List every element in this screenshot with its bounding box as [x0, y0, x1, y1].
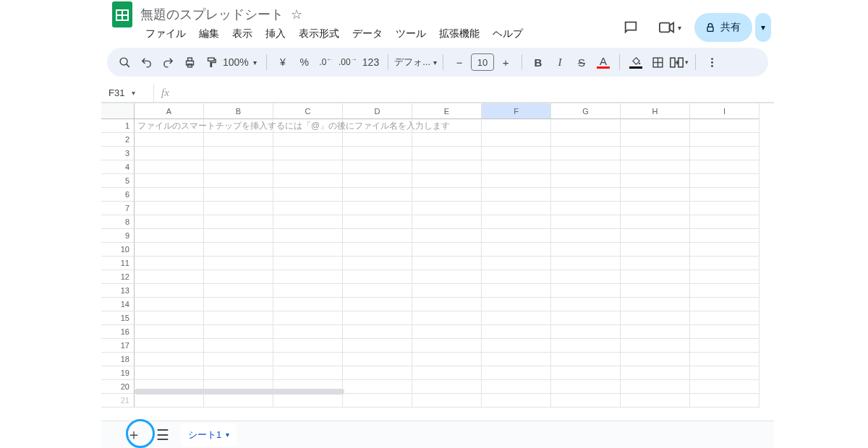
cell[interactable]	[273, 366, 343, 380]
spreadsheet-grid[interactable]: ABCDEFGHI 123456789101112131415161718192…	[101, 103, 774, 413]
cell[interactable]	[343, 366, 412, 380]
cell[interactable]	[135, 160, 204, 174]
cell[interactable]	[482, 325, 551, 339]
cell[interactable]	[690, 202, 760, 215]
cell[interactable]	[273, 174, 343, 188]
star-icon[interactable]: ☆	[291, 7, 302, 22]
merge-cells-button[interactable]: ▾	[669, 52, 689, 72]
column-header-C[interactable]: C	[273, 103, 343, 119]
cell[interactable]	[412, 243, 482, 257]
cell[interactable]	[551, 339, 621, 353]
cell[interactable]	[621, 229, 690, 243]
cell[interactable]	[690, 160, 760, 174]
cell[interactable]	[343, 243, 412, 257]
cell[interactable]	[343, 339, 412, 353]
cell[interactable]	[135, 366, 204, 380]
cell[interactable]	[204, 270, 273, 284]
menu-insert[interactable]: 挿入	[259, 25, 292, 43]
cell[interactable]	[204, 133, 273, 147]
cell[interactable]	[412, 188, 482, 202]
cell[interactable]	[343, 147, 412, 160]
menu-tools[interactable]: ツール	[389, 25, 433, 43]
cell[interactable]	[551, 243, 621, 257]
cell[interactable]	[343, 229, 412, 243]
strikethrough-button[interactable]: S	[571, 52, 592, 72]
column-header-B[interactable]: B	[204, 103, 273, 119]
cell[interactable]	[343, 160, 412, 174]
cell[interactable]	[482, 147, 551, 160]
cell[interactable]	[482, 215, 551, 229]
cell[interactable]	[135, 133, 204, 147]
row-header-5[interactable]: 5	[101, 174, 135, 188]
cell[interactable]	[690, 243, 760, 257]
cell[interactable]	[690, 325, 760, 339]
row-header-9[interactable]: 9	[101, 229, 135, 243]
cell[interactable]	[690, 133, 760, 147]
font-family-select[interactable]: デフォ... ▾	[394, 56, 437, 69]
bold-button[interactable]: B	[528, 52, 548, 72]
row-header-6[interactable]: 6	[101, 188, 135, 202]
cell[interactable]	[621, 174, 690, 188]
cell[interactable]	[204, 243, 273, 257]
cell[interactable]	[412, 339, 482, 353]
cell[interactable]	[412, 174, 482, 188]
cell[interactable]	[621, 284, 690, 298]
cell[interactable]	[551, 174, 621, 188]
cell[interactable]	[551, 188, 621, 202]
cell[interactable]	[273, 257, 343, 270]
cell[interactable]	[690, 174, 760, 188]
format-123[interactable]: 123	[359, 52, 382, 72]
cell[interactable]	[551, 270, 621, 284]
cell[interactable]	[690, 119, 760, 133]
cell[interactable]	[482, 174, 551, 188]
row-header-16[interactable]: 16	[101, 325, 135, 339]
row-header-14[interactable]: 14	[101, 298, 135, 311]
row-header-15[interactable]: 15	[101, 311, 135, 325]
cell[interactable]	[412, 298, 482, 311]
cell[interactable]	[273, 325, 343, 339]
formula-bar[interactable]	[176, 84, 774, 102]
cell[interactable]	[204, 188, 273, 202]
cell[interactable]	[204, 284, 273, 298]
row-header-13[interactable]: 13	[101, 284, 135, 298]
zoom-value[interactable]: 100%	[223, 56, 249, 68]
menu-edit[interactable]: 編集	[192, 25, 226, 43]
print-icon[interactable]	[179, 52, 200, 72]
document-title[interactable]: 無題のスプレッドシート	[140, 6, 284, 23]
cell[interactable]	[621, 270, 690, 284]
cell[interactable]	[135, 339, 204, 353]
cell[interactable]	[551, 202, 621, 215]
cell[interactable]	[204, 160, 273, 174]
column-header-A[interactable]: A	[135, 103, 204, 119]
cell[interactable]	[482, 243, 551, 257]
cell[interactable]	[551, 160, 621, 174]
column-header-H[interactable]: H	[621, 103, 690, 119]
horizontal-scrollbar[interactable]	[135, 387, 774, 396]
cell[interactable]	[621, 147, 690, 160]
cell[interactable]	[204, 311, 273, 325]
cell[interactable]	[204, 353, 273, 366]
cell[interactable]	[412, 257, 482, 270]
fontsize-decrease[interactable]: −	[449, 52, 469, 72]
row-header-21[interactable]: 21	[101, 394, 135, 408]
cell[interactable]	[412, 325, 482, 339]
cell[interactable]	[273, 229, 343, 243]
cell[interactable]	[135, 257, 204, 270]
cell[interactable]	[551, 311, 621, 325]
cell[interactable]	[690, 366, 760, 380]
undo-icon[interactable]	[136, 52, 156, 72]
borders-button[interactable]	[647, 52, 668, 72]
paint-format-icon[interactable]	[201, 52, 221, 72]
cell[interactable]	[551, 147, 621, 160]
increase-decimal-icon[interactable]: .00→	[338, 52, 358, 72]
cell[interactable]	[621, 202, 690, 215]
cell[interactable]	[482, 284, 551, 298]
cell[interactable]	[412, 229, 482, 243]
cell[interactable]	[135, 188, 204, 202]
cell[interactable]	[621, 243, 690, 257]
cell[interactable]	[204, 229, 273, 243]
share-dropdown[interactable]: ▾	[755, 13, 771, 42]
fill-color-button[interactable]	[626, 52, 646, 72]
cell[interactable]	[551, 257, 621, 270]
cell[interactable]	[412, 353, 482, 366]
